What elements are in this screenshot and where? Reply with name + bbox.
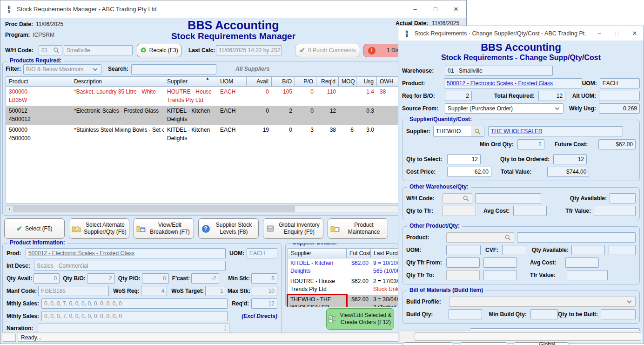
dialog-maximize-button[interactable]: □ (608, 26, 626, 41)
dialog-global-inventory-button[interactable]: Global Inventory Enquiry (F9) (513, 342, 570, 345)
wh-name-field (475, 193, 541, 203)
filter-dropdown[interactable]: B/O & Below Maximum (23, 64, 101, 74)
table-row[interactable]: 5000004500000 *Stainless Steel Mixing Bo… (6, 125, 460, 144)
col-usg[interactable]: Usg (356, 77, 377, 87)
avg-cost-field (513, 206, 547, 216)
horizontal-scrollbar[interactable]: ‹ (6, 205, 461, 212)
reqd-field: 12 (251, 298, 277, 309)
mthly-sales-label: Mthly Sales: (7, 300, 39, 307)
view-edit-breakdown-button[interactable]: View/Edit Breakdown (F7) (134, 218, 194, 239)
supplier-search-button[interactable] (471, 126, 484, 136)
build-profile-dropdown[interactable] (449, 297, 636, 307)
cell-moq (339, 106, 356, 124)
total-value-label: Total Value: (501, 169, 531, 175)
purch-comments-button[interactable]: ✔ 0 Purch Comments (295, 44, 360, 57)
qty-to-select-input[interactable]: 12 (447, 154, 481, 164)
prod-label: Prod: (7, 250, 23, 257)
create-orders-button[interactable]: View/Edit Selected & Create Orders (F12) (326, 308, 394, 330)
recalc-button[interactable]: ♻ Recalc (F3) (137, 44, 181, 57)
supplier-stock-levels-button[interactable]: ? Supplier Stock Levels (F8) (198, 218, 259, 239)
mthly-sales-field-1: 0, 0, 0, 7, 0, 0, 0, 0, 0, 0, 0, 0, 0 (41, 298, 228, 309)
close-button[interactable]: ✕ (446, 0, 466, 18)
global-inventory-enquiry-button[interactable]: Global Inventory Enquiry (F9) (263, 218, 323, 239)
cell-avail: 0 (247, 87, 272, 105)
spin-down-icon[interactable]: ▼ (224, 329, 227, 331)
supplier-name-link[interactable]: THE WHOLESALER (491, 128, 543, 135)
total-value-field: $744.00 (547, 167, 589, 177)
select-button[interactable]: ✔ Select (F5) (4, 218, 65, 239)
build-profile-label: Build Profile: (406, 298, 449, 305)
product-field[interactable]: 500012 - Electronic Scales - Frosted Gla… (444, 78, 582, 88)
table-row[interactable]: 300000LB35W *Basket, Laundry 35 Litre - … (6, 87, 460, 106)
wh-name-field[interactable]: Smallville (64, 45, 133, 55)
table-row-selected[interactable]: 5000124500012 *Electronic Scales - Frost… (6, 106, 460, 125)
col-avail[interactable]: Avail (247, 77, 272, 87)
maximize-button[interactable]: □ (425, 0, 446, 18)
cell-usg: 1.4 (356, 87, 377, 105)
avg-cost-field (565, 257, 599, 268)
wh-code-field[interactable]: 01 (39, 45, 62, 55)
dialog-close-button[interactable]: ✕ (626, 26, 644, 41)
col-po[interactable]: P/O (295, 77, 316, 87)
supplier-row[interactable]: HOUTRE - HouseTrends Pty Ltd $62.00 2 = … (288, 277, 398, 295)
min-build-qty-label: Min Build Qty: (489, 311, 526, 318)
cell-supplier: KITDEL - KitchenDelights (164, 125, 217, 143)
cost-price-input[interactable]: 62.00 (447, 167, 491, 177)
dialog-minimize-button[interactable]: – (590, 26, 608, 41)
select-alternate-supplier-button[interactable]: Select Alternate Supplier/Qty (F6) (69, 218, 129, 239)
col-supplier[interactable]: Supplier▲ (164, 77, 217, 87)
checklist-icon (329, 315, 337, 323)
col-moq[interactable]: MOQ (339, 77, 356, 87)
uom-label: UOM: (406, 247, 446, 253)
view-edit-breakdown-label: View/Edit Breakdown (F7) (148, 222, 191, 236)
prod-value[interactable]: 500012 - Electronic Scales - Frosted Gla… (28, 250, 134, 257)
supplier-code-combo[interactable]: THEWHO (433, 126, 484, 137)
dialog-cancel-button[interactable]: ✖ Cancel (F4) (459, 342, 508, 345)
scrollbar-thumb[interactable] (13, 206, 295, 212)
product-label: Product: (406, 234, 446, 241)
qty-to-tfr-input[interactable] (443, 206, 476, 216)
source-from-dropdown[interactable]: Supplier (Purchase Order) (445, 103, 564, 114)
search-icon[interactable] (53, 47, 60, 54)
wh-code-input[interactable] (443, 193, 472, 203)
logo-letter-bottom: s (8, 9, 11, 13)
scroll-left-icon[interactable]: ‹ (6, 206, 13, 212)
supplier-row[interactable]: KITDEL - KitchenDelights $62.00 9 = 10/1… (288, 258, 398, 277)
desktop: b s Stock Requirements Manager - ABC Tra… (0, 0, 644, 345)
spin-up-icon[interactable]: ▲ (224, 325, 227, 328)
product-link[interactable]: 500012 - Electronic Scales - Frosted Gla… (447, 80, 553, 87)
cell-bo: 105 (272, 87, 295, 105)
col-reqd[interactable]: Req'd (316, 77, 339, 87)
search-icon (474, 128, 481, 135)
manf-code-field: FGES185 (38, 286, 109, 296)
supplier-label: Supplier: (406, 128, 433, 135)
supplier-row-selected[interactable]: THEWHO - THEWHOLESALER $62.00 3 = 30/04/… (288, 295, 398, 307)
supplier-name-field[interactable]: THE WHOLESALER (488, 126, 623, 136)
filter-value: B/O & Below Maximum (26, 66, 83, 73)
col-fut-cost[interactable]: Fut Cost (347, 249, 371, 258)
col-product[interactable]: Product (6, 77, 71, 87)
col-last-purch[interactable]: Last Purch/ (371, 249, 398, 258)
qty-to-be-built-field (601, 309, 636, 319)
product-input[interactable] (446, 232, 514, 243)
manf-code-label: Manf Code: (7, 288, 37, 294)
col-uom[interactable]: UOM (217, 77, 247, 87)
product-maintenance-button[interactable]: Product Maintenance (328, 218, 388, 239)
qty-tfr-to-input[interactable] (446, 270, 480, 280)
qty-avail-field: 0 (34, 273, 60, 284)
supplier-code-field[interactable]: THEWHO (434, 126, 471, 136)
col-bo[interactable]: B/O (272, 77, 295, 87)
filter-label: Filter: (6, 66, 21, 72)
supplier-details-header: Supplier Fut Cost Last Purch/ (288, 249, 398, 258)
search-input[interactable] (131, 64, 216, 74)
minimize-button[interactable]: – (405, 0, 425, 18)
products-table: Product Description Supplier▲ UOM Avail … (6, 76, 461, 204)
qty-to-be-ordered-field: 12 (553, 154, 587, 164)
col-description[interactable]: Description (71, 77, 164, 87)
search-icon[interactable] (463, 195, 470, 202)
cell-description: *Electronic Scales - Frosted Glass (71, 106, 164, 124)
prod-field[interactable]: 500012 - Electronic Scales - Frosted Gla… (26, 248, 226, 258)
col-supplier[interactable]: Supplier (288, 249, 347, 258)
search-icon[interactable] (504, 234, 511, 241)
dialog-select-button[interactable]: ✔ Select (F5) (402, 342, 454, 345)
